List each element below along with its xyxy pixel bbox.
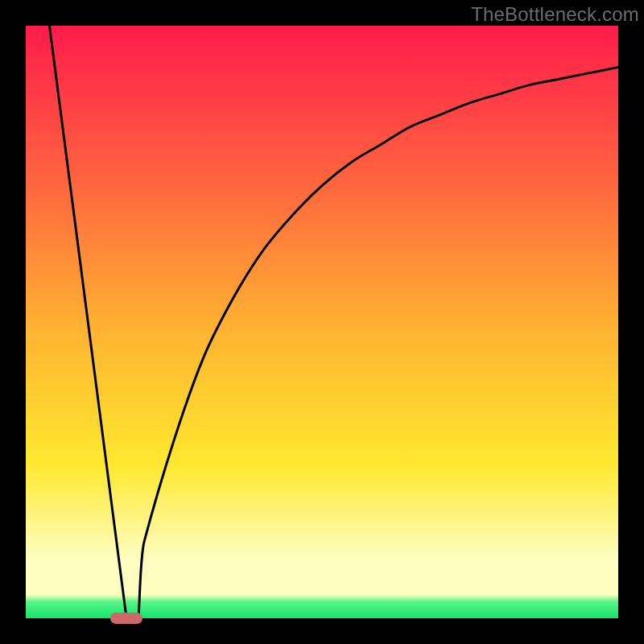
plot-area xyxy=(26,26,618,618)
watermark-text: TheBottleneck.com xyxy=(471,3,639,26)
bottleneck-curve xyxy=(49,26,618,618)
curve-layer xyxy=(26,26,618,618)
chart-frame: TheBottleneck.com xyxy=(0,0,644,644)
optimum-marker xyxy=(110,613,142,624)
